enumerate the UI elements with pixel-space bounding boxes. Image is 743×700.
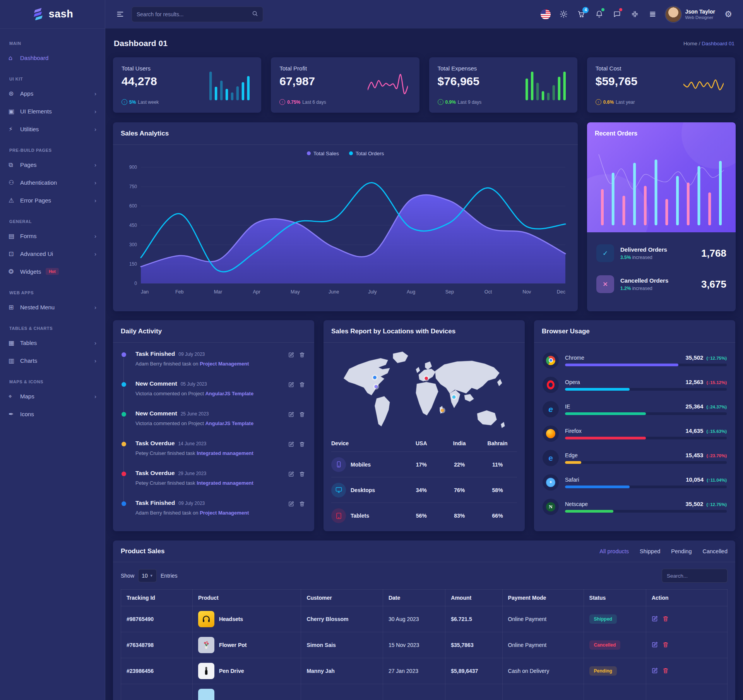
settings-button[interactable]: ⚙: [721, 7, 736, 22]
activity-dot: [122, 412, 126, 417]
device-row-desktops: Desktops 34%76%58%: [331, 477, 517, 503]
cell-payment: Online Payment: [502, 606, 584, 632]
sidebar-item-widgets[interactable]: ❂ Widgets Hot: [0, 262, 105, 280]
safari-icon: ✦: [543, 474, 559, 491]
sidebar-item-tables[interactable]: ▦ Tables ›: [0, 334, 105, 352]
table-search-input[interactable]: [662, 569, 728, 583]
edit-icon[interactable]: [288, 441, 294, 448]
sidebar-item-charts[interactable]: ▥ Charts ›: [0, 352, 105, 369]
trash-icon[interactable]: [663, 642, 669, 649]
activity-link[interactable]: AngularJS Template: [205, 391, 253, 396]
pen-icon: ✒: [9, 410, 20, 418]
cell-product: Pen Drive: [192, 658, 301, 684]
recent-orders-chart: [587, 122, 736, 232]
activity-link[interactable]: AngularJS Template: [205, 420, 253, 426]
sidebar-toggle-button[interactable]: [112, 7, 128, 22]
stat-value: 67,987: [279, 75, 367, 88]
breadcrumb-current[interactable]: Dashboard 01: [702, 41, 734, 46]
product-sales-table: Tracking IdProductCustomerDateAmountPaym…: [121, 589, 728, 700]
menu-list-button[interactable]: [645, 7, 660, 22]
sidebar-item-ui-elements[interactable]: ▣ UI Elements ›: [0, 102, 105, 120]
device-table-header: DeviceUSAIndiaBahrain: [331, 435, 517, 452]
sidebar-item-icons[interactable]: ✒ Icons: [0, 405, 105, 423]
cart-button[interactable]: 4: [574, 7, 589, 22]
edit-icon[interactable]: [652, 616, 658, 623]
trash-icon[interactable]: [299, 501, 305, 507]
entries-select[interactable]: 10▼: [138, 569, 157, 582]
column-header[interactable]: Product: [192, 590, 301, 606]
edit-icon[interactable]: [288, 352, 294, 358]
fullscreen-button[interactable]: [627, 7, 642, 22]
browser-progress: [565, 412, 727, 415]
activity-link[interactable]: Project Management: [200, 361, 249, 367]
sales-report-card: Sales Report by Locations with Devices D…: [324, 320, 525, 531]
column-header[interactable]: Date: [383, 590, 445, 606]
trash-icon[interactable]: [299, 382, 305, 388]
tab-all-products[interactable]: All products: [599, 548, 629, 554]
product-image: [198, 637, 214, 653]
edit-icon[interactable]: [288, 412, 294, 418]
stat-value: $76,965: [438, 75, 526, 88]
notifications-button[interactable]: [591, 7, 607, 22]
sidebar-item-advanced-ui[interactable]: ⊡ Advanced Ui ›: [0, 245, 105, 262]
column-header[interactable]: Status: [584, 590, 646, 606]
trash-icon[interactable]: [663, 667, 669, 675]
cell-customer: Manny Jah: [301, 658, 383, 684]
user-menu[interactable]: Json Taylor Web Designer: [663, 7, 718, 22]
tab-cancelled[interactable]: Cancelled: [703, 548, 728, 554]
svg-text:Mar: Mar: [214, 289, 223, 295]
sidebar-item-dashboard[interactable]: ⌂ Dashboard: [0, 49, 105, 67]
activity-link[interactable]: Integrated management: [197, 450, 253, 456]
legend-item[interactable]: Total Orders: [349, 151, 384, 156]
stat-label: Total Users: [122, 65, 209, 72]
trash-icon[interactable]: [299, 441, 305, 448]
edit-icon[interactable]: [652, 642, 658, 649]
chevron-right-icon: ›: [94, 250, 96, 257]
product-image: [198, 689, 214, 700]
sidebar-item-utilities[interactable]: ⚡ Utilities ›: [0, 120, 105, 138]
browser-progress: [565, 364, 727, 366]
stat-card-1: Total Profit 67,987 ↑ 0.75%Last 6 days: [271, 57, 419, 113]
trash-icon[interactable]: [663, 616, 669, 623]
column-header[interactable]: Tracking Id: [121, 590, 193, 606]
product-image: [198, 611, 214, 627]
column-header[interactable]: Amount: [445, 590, 502, 606]
edit-icon[interactable]: [288, 471, 294, 477]
edit-icon[interactable]: [288, 501, 294, 507]
messages-button[interactable]: [609, 7, 625, 22]
activity-link[interactable]: Integrated management: [197, 480, 253, 486]
users-icon: ⚇: [9, 179, 20, 186]
search-input[interactable]: [137, 11, 252, 17]
theme-toggle-button[interactable]: [556, 7, 571, 22]
legend-item[interactable]: Total Sales: [307, 151, 339, 156]
sidebar-item-pages[interactable]: ⧉ Pages ›: [0, 156, 105, 173]
sidebar-item-apps[interactable]: ⊛ Apps ›: [0, 84, 105, 102]
edit-icon[interactable]: [652, 667, 658, 675]
chevron-right-icon: ›: [94, 179, 96, 186]
column-header[interactable]: Action: [646, 590, 727, 606]
sidebar-item-maps[interactable]: ⌖ Maps ›: [0, 387, 105, 405]
device-row-tablets: Tablets 56%83%66%: [331, 503, 517, 528]
sidebar-nav: MAIN ⌂ Dashboard UI KIT ⊛ Apps › ▣ UI El…: [0, 29, 105, 431]
breadcrumb-home[interactable]: Home: [683, 41, 697, 46]
activity-link[interactable]: Project Management: [200, 510, 249, 516]
trash-icon[interactable]: [299, 412, 305, 418]
sidebar-item-forms[interactable]: ▤ Forms ›: [0, 227, 105, 245]
column-header[interactable]: Customer: [301, 590, 383, 606]
edit-icon[interactable]: [288, 382, 294, 388]
trash-icon[interactable]: [299, 471, 305, 477]
brand[interactable]: sash: [0, 0, 105, 29]
trash-icon[interactable]: [299, 352, 305, 358]
sidebar-item-error-pages[interactable]: ⚠ Error Pages ›: [0, 191, 105, 209]
column-header[interactable]: Payment Mode: [502, 590, 584, 606]
cell-action: [646, 684, 727, 700]
language-flag-button[interactable]: [538, 7, 553, 22]
up-arrow-icon: ↑: [438, 99, 443, 105]
svg-text:300: 300: [129, 242, 137, 247]
search-icon[interactable]: [252, 10, 258, 18]
sidebar-item-authentication[interactable]: ⚇ Authentication ›: [0, 173, 105, 191]
tab-shipped[interactable]: Shipped: [640, 548, 660, 554]
sidebar-item-nested-menu[interactable]: ⊞ Nested Menu ›: [0, 298, 105, 316]
tab-pending[interactable]: Pending: [671, 548, 692, 554]
cell-action: [646, 606, 727, 632]
